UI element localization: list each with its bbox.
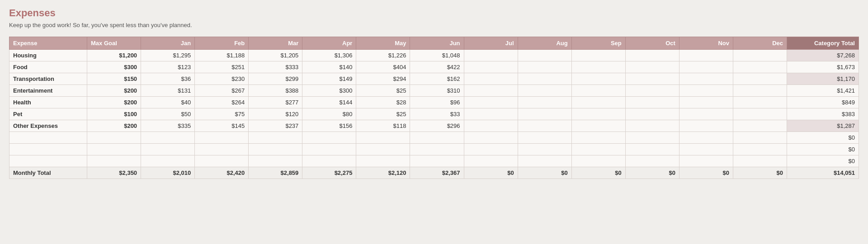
cell-jun: $310 [410,85,464,97]
table-row: $0 [9,132,859,144]
cell-jun: $1,048 [410,50,464,61]
cell-total: $1,170 [787,73,859,85]
page-title: Expenses [9,7,859,19]
col-expense: Expense [9,37,87,50]
cell-oct [625,50,679,61]
cell-oct [625,97,679,108]
cell-name: Food [9,61,87,73]
table-header-row: Expense Max Goal Jan Feb Mar Apr May Jun… [9,37,859,50]
cell-jul [464,132,518,144]
cell-jan [141,155,195,167]
cell-name: Pet [9,108,87,120]
cell-goal [87,144,141,155]
footer-jul: $0 [464,167,518,179]
cell-feb: $267 [195,85,249,97]
cell-nov [679,155,733,167]
cell-oct [625,85,679,97]
cell-goal: $150 [87,73,141,85]
cell-may: $25 [356,85,410,97]
cell-total: $1,421 [787,85,859,97]
col-mar: Mar [249,37,302,50]
cell-apr: $149 [302,73,356,85]
cell-oct [625,108,679,120]
cell-aug [518,108,571,120]
cell-mar [249,155,302,167]
footer-jun: $2,367 [410,167,464,179]
table-row: Entertainment$200$131$267$388$300$25$310… [9,85,859,97]
cell-apr: $300 [302,85,356,97]
cell-apr: $144 [302,97,356,108]
cell-sep [571,144,625,155]
cell-dec [733,85,787,97]
cell-jul [464,97,518,108]
table-row: Food$300$123$251$333$140$404$422$1,673 [9,61,859,73]
cell-apr: $156 [302,120,356,132]
cell-total: $1,287 [787,120,859,132]
cell-jul [464,73,518,85]
cell-nov [679,120,733,132]
cell-goal: $1,200 [87,50,141,61]
table-row: Housing$1,200$1,295$1,188$1,205$1,306$1,… [9,50,859,61]
cell-total: $7,268 [787,50,859,61]
cell-jun [410,144,464,155]
cell-nov [679,132,733,144]
table-row: $0 [9,155,859,167]
table-row: Other Expenses$200$335$145$237$156$118$2… [9,120,859,132]
col-jul: Jul [464,37,518,50]
cell-mar: $299 [249,73,302,85]
cell-may [356,155,410,167]
cell-jan [141,132,195,144]
cell-goal: $200 [87,120,141,132]
col-may: May [356,37,410,50]
footer-apr: $2,275 [302,167,356,179]
cell-apr: $140 [302,61,356,73]
cell-name: Entertainment [9,85,87,97]
cell-apr: $80 [302,108,356,120]
cell-nov [679,61,733,73]
cell-goal: $300 [87,61,141,73]
cell-jun [410,155,464,167]
cell-oct [625,155,679,167]
footer-goal: $2,350 [87,167,141,179]
cell-nov [679,73,733,85]
col-jan: Jan [141,37,195,50]
cell-mar: $333 [249,61,302,73]
cell-jun: $162 [410,73,464,85]
cell-name [9,155,87,167]
cell-jun: $296 [410,120,464,132]
cell-may [356,144,410,155]
cell-nov [679,108,733,120]
table-row: Health$200$40$264$277$144$28$96$849 [9,97,859,108]
cell-may: $25 [356,108,410,120]
cell-aug [518,120,571,132]
cell-aug [518,97,571,108]
footer-mar: $2,859 [249,167,302,179]
cell-total: $0 [787,155,859,167]
cell-name: Transportation [9,73,87,85]
col-dec: Dec [733,37,787,50]
cell-jun [410,132,464,144]
cell-nov [679,50,733,61]
cell-total: $849 [787,97,859,108]
cell-sep [571,120,625,132]
col-nov: Nov [679,37,733,50]
subtitle: Keep up the good work! So far, you've sp… [9,22,859,28]
footer-dec: $0 [733,167,787,179]
cell-dec [733,73,787,85]
cell-feb: $1,188 [195,50,249,61]
cell-dec [733,155,787,167]
cell-aug [518,132,571,144]
col-jun: Jun [410,37,464,50]
table-row: Transportation$150$36$230$299$149$294$16… [9,73,859,85]
cell-jan: $40 [141,97,195,108]
cell-dec [733,108,787,120]
cell-apr: $1,306 [302,50,356,61]
cell-sep [571,132,625,144]
cell-jan: $123 [141,61,195,73]
cell-feb: $251 [195,61,249,73]
cell-dec [733,50,787,61]
cell-jun: $33 [410,108,464,120]
cell-apr [302,155,356,167]
cell-aug [518,155,571,167]
cell-mar: $1,205 [249,50,302,61]
